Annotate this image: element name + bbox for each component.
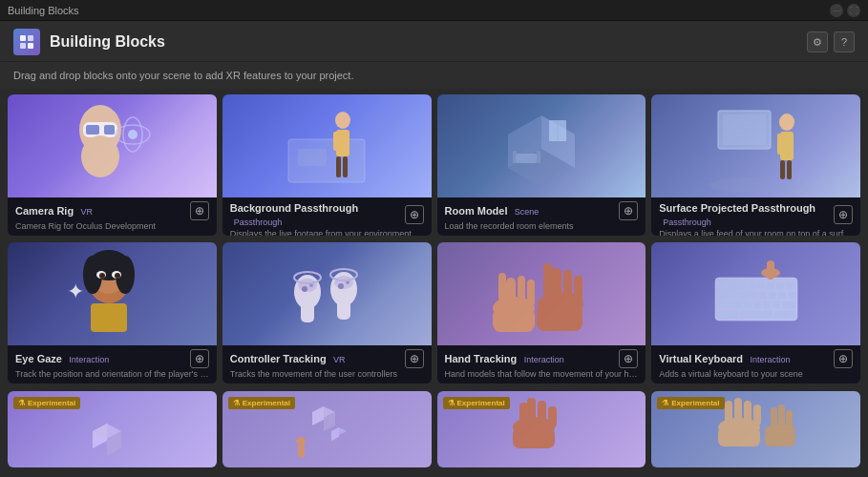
title-bar-text: Building Blocks bbox=[8, 5, 79, 16]
card-image-room-model bbox=[437, 94, 646, 197]
svg-rect-2 bbox=[20, 43, 26, 49]
svg-rect-67 bbox=[543, 263, 552, 297]
help-button[interactable]: ? bbox=[834, 31, 855, 52]
svg-point-56 bbox=[338, 283, 344, 289]
svg-rect-76 bbox=[748, 282, 755, 289]
card-footer-surface-projected: Surface Projected Passthrough Passthroug… bbox=[651, 197, 860, 236]
maximize-button[interactable]: ⛶ bbox=[847, 4, 860, 17]
card-title-camera-rig: Camera Rig bbox=[15, 205, 74, 217]
svg-rect-25 bbox=[516, 154, 537, 163]
card-surface-projected[interactable]: Surface Projected Passthrough Passthroug… bbox=[651, 94, 860, 236]
card-title-controller: Controller Tracking bbox=[230, 353, 327, 364]
card-desc-surface-projected: Displays a live feed of your room on top… bbox=[659, 229, 853, 236]
svg-rect-82 bbox=[730, 292, 738, 299]
svg-rect-73 bbox=[719, 282, 727, 289]
experimental-badge-3: ⚗ Experimental bbox=[443, 397, 510, 409]
card-image-exp2: ⚗ Experimental bbox=[222, 391, 432, 467]
svg-point-11 bbox=[128, 130, 138, 139]
card-tag-room-model: Scene bbox=[515, 207, 540, 217]
svg-rect-86 bbox=[769, 292, 776, 299]
card-footer-controller: Controller Tracking VR ⊕ Tracks the move… bbox=[222, 345, 432, 384]
svg-rect-13 bbox=[298, 149, 327, 166]
figure-room-model bbox=[437, 94, 646, 197]
svg-rect-127 bbox=[765, 431, 795, 446]
svg-rect-33 bbox=[787, 134, 794, 155]
card-footer-eye-gaze: Eye Gaze Interaction ⊕ Track the positio… bbox=[8, 345, 217, 384]
card-tag-hand-tracking: Interaction bbox=[524, 355, 564, 364]
card-room-model[interactable]: Room Model Scene ⊕ Load the recorded roo… bbox=[437, 94, 646, 236]
card-exp4[interactable]: ⚗ Experimental bbox=[651, 391, 860, 467]
settings-button[interactable]: ⚙ bbox=[807, 31, 828, 52]
add-button-camera-rig[interactable]: ⊕ bbox=[190, 201, 209, 220]
add-button-hand-tracking[interactable]: ⊕ bbox=[619, 349, 638, 368]
card-tag-controller: VR bbox=[333, 355, 346, 364]
card-virtual-keyboard[interactable]: Virtual Keyboard Interaction ⊕ Adds a vi… bbox=[651, 242, 860, 384]
card-camera-rig[interactable]: Camera Rig VR ⊕ Camera Rig for Oculus De… bbox=[8, 94, 217, 236]
card-image-bg-passthrough bbox=[222, 94, 432, 197]
header-left: Building Blocks bbox=[13, 29, 165, 55]
card-image-eye-gaze: ✦ bbox=[8, 242, 217, 345]
title-bar: Building Blocks — ⛶ bbox=[0, 0, 868, 21]
svg-rect-91 bbox=[744, 301, 752, 308]
panel-title: Building Blocks bbox=[50, 33, 165, 51]
figure-hand-tracking bbox=[437, 242, 646, 345]
experimental-badge-1: ⚗ Experimental bbox=[13, 397, 80, 409]
card-title-hand-tracking: Hand Tracking bbox=[445, 353, 518, 364]
svg-rect-97 bbox=[740, 311, 773, 318]
card-footer-room-model: Room Model Scene ⊕ Load the recorded roo… bbox=[437, 197, 646, 236]
card-eye-gaze[interactable]: ✦ Eye Gaze Interaction ⊕ Track the posit… bbox=[8, 242, 217, 384]
card-hand-tracking[interactable]: Hand Tracking Interaction ⊕ Hand models … bbox=[437, 242, 646, 384]
svg-rect-32 bbox=[777, 134, 784, 155]
svg-rect-29 bbox=[723, 114, 766, 145]
svg-rect-71 bbox=[537, 304, 582, 331]
title-bar-label: Building Blocks bbox=[8, 5, 79, 16]
svg-rect-87 bbox=[778, 292, 786, 299]
card-controller-tracking[interactable]: Controller Tracking VR ⊕ Tracks the move… bbox=[222, 242, 432, 384]
title-bar-controls: — ⛶ bbox=[830, 4, 860, 17]
card-desc-controller: Tracks the movement of the user controll… bbox=[230, 369, 424, 379]
svg-rect-84 bbox=[750, 292, 757, 299]
card-tag-bg-passthrough: Passthrough bbox=[234, 218, 283, 227]
svg-rect-81 bbox=[719, 292, 729, 299]
card-title-room-model: Room Model bbox=[445, 205, 508, 217]
card-title-surface-projected: Surface Projected Passthrough bbox=[659, 202, 815, 214]
svg-rect-122 bbox=[718, 427, 760, 446]
svg-rect-74 bbox=[729, 282, 736, 289]
panel-subtitle: Drag and drop blocks onto your scene to … bbox=[0, 62, 868, 89]
svg-rect-1 bbox=[28, 35, 33, 41]
card-footer-bg-passthrough: Background Passthrough Passthrough ⊕ Dis… bbox=[222, 197, 432, 236]
figure-controller bbox=[222, 242, 432, 345]
figure-eye-gaze: ✦ bbox=[8, 242, 217, 345]
svg-rect-16 bbox=[333, 132, 340, 151]
svg-rect-90 bbox=[734, 301, 742, 308]
svg-rect-95 bbox=[782, 301, 795, 308]
card-desc-room-model: Load the recorded room elements bbox=[445, 221, 639, 231]
add-button-eye-gaze[interactable]: ⊕ bbox=[190, 349, 209, 368]
svg-rect-100 bbox=[767, 260, 774, 280]
card-tag-surface-projected: Passthrough bbox=[663, 218, 711, 227]
panel-header: Building Blocks ⚙ ? bbox=[0, 21, 868, 62]
add-button-virtual-keyboard[interactable]: ⊕ bbox=[834, 349, 853, 368]
svg-rect-83 bbox=[740, 292, 748, 299]
card-desc-hand-tracking: Hand models that follow the movement of … bbox=[445, 369, 639, 379]
add-button-room-model[interactable]: ⊕ bbox=[619, 201, 638, 220]
svg-rect-96 bbox=[719, 311, 738, 318]
svg-rect-65 bbox=[493, 308, 535, 332]
add-button-surface-projected[interactable]: ⊕ bbox=[834, 205, 853, 224]
card-exp3[interactable]: ⚗ Experimental bbox=[437, 391, 646, 467]
card-image-exp3: ⚗ Experimental bbox=[437, 391, 646, 467]
add-button-controller[interactable]: ⊕ bbox=[405, 349, 424, 368]
card-exp1[interactable]: ⚗ Experimental bbox=[8, 391, 217, 467]
svg-point-14 bbox=[335, 112, 350, 129]
card-tag-virtual-keyboard: Interaction bbox=[750, 355, 790, 364]
card-background-passthrough[interactable]: Background Passthrough Passthrough ⊕ Dis… bbox=[222, 94, 432, 236]
svg-point-30 bbox=[779, 114, 794, 131]
svg-rect-61 bbox=[498, 273, 506, 301]
svg-rect-19 bbox=[343, 156, 348, 177]
minimize-button[interactable]: — bbox=[830, 4, 843, 17]
svg-rect-18 bbox=[336, 156, 341, 177]
svg-rect-35 bbox=[787, 160, 792, 179]
card-exp2[interactable]: ⚗ Experimental bbox=[222, 391, 432, 467]
add-button-bg-passthrough[interactable]: ⊕ bbox=[405, 205, 424, 224]
svg-point-51 bbox=[302, 286, 307, 292]
